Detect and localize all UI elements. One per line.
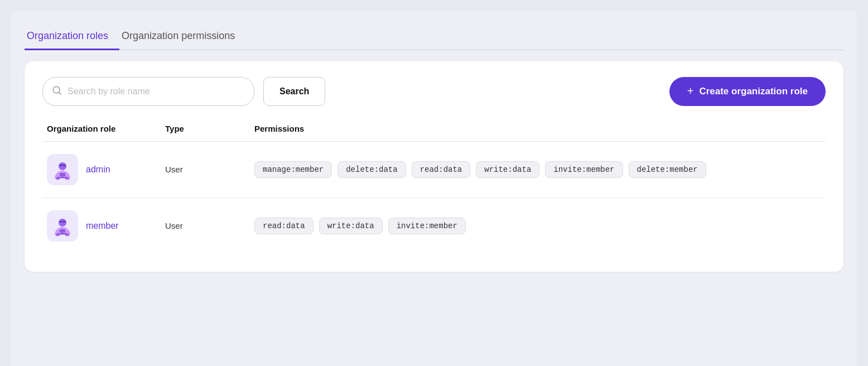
plus-icon: + <box>687 85 694 98</box>
col-header-role: Organization role <box>42 119 165 142</box>
permission-badge: write:data <box>319 218 383 234</box>
role-cell-inner: member <box>42 210 165 242</box>
create-button-label: Create organization role <box>699 86 808 97</box>
svg-rect-10 <box>60 229 65 233</box>
permissions-list-admin: manage:memberdelete:dataread:datawrite:d… <box>254 161 826 178</box>
permission-badge: manage:member <box>254 161 332 178</box>
role-cell-admin: admin <box>42 141 165 198</box>
table-row: admin Usermanage:memberdelete:dataread:d… <box>42 141 826 198</box>
create-org-role-button[interactable]: + Create organization role <box>669 77 826 106</box>
permission-badge: invite:member <box>388 218 466 234</box>
search-button[interactable]: Search <box>263 77 325 106</box>
permission-badge: delete:member <box>629 161 706 178</box>
permissions-cell-admin: manage:memberdelete:dataread:datawrite:d… <box>254 141 826 198</box>
role-name-admin[interactable]: admin <box>86 165 110 175</box>
col-header-type: Type <box>165 119 254 142</box>
permission-badge: delete:data <box>337 161 406 178</box>
svg-rect-8 <box>59 165 66 166</box>
search-input-wrapper <box>42 77 254 106</box>
permissions-cell-member: read:datawrite:datainvite:member <box>254 198 826 254</box>
permission-badge: write:data <box>476 161 539 178</box>
roles-table: Organization role Type Permissions <box>42 119 826 254</box>
table-row: member Userread:datawrite:datainvite:mem… <box>42 198 826 254</box>
permission-badge: read:data <box>412 161 471 178</box>
svg-rect-15 <box>59 221 66 223</box>
toolbar: Search + Create organization role <box>42 77 826 106</box>
page-wrapper: Organization roles Organization permissi… <box>11 11 857 366</box>
svg-line-1 <box>59 92 61 94</box>
card: Search + Create organization role Organi… <box>25 61 843 272</box>
tabs-bar: Organization roles Organization permissi… <box>25 25 843 50</box>
search-icon <box>52 85 62 98</box>
role-name-member[interactable]: member <box>86 221 119 231</box>
svg-rect-3 <box>60 173 65 176</box>
type-cell-admin: User <box>165 141 254 198</box>
tab-org-permissions[interactable]: Organization permissions <box>119 25 246 50</box>
permission-badge: read:data <box>254 218 314 234</box>
permission-badge: invite:member <box>545 161 623 178</box>
role-avatar-admin <box>47 154 78 185</box>
permissions-list-member: read:datawrite:datainvite:member <box>254 218 826 234</box>
main-container: Organization roles Organization permissi… <box>25 25 843 272</box>
search-input[interactable] <box>67 86 245 97</box>
role-avatar-member <box>47 210 78 242</box>
type-cell-member: User <box>165 198 254 254</box>
col-header-permissions: Permissions <box>254 119 826 142</box>
svg-point-2 <box>59 162 66 170</box>
role-cell-member: member <box>42 198 165 254</box>
role-cell-inner: admin <box>42 154 165 185</box>
svg-point-9 <box>59 219 66 227</box>
tab-org-roles[interactable]: Organization roles <box>25 25 119 50</box>
